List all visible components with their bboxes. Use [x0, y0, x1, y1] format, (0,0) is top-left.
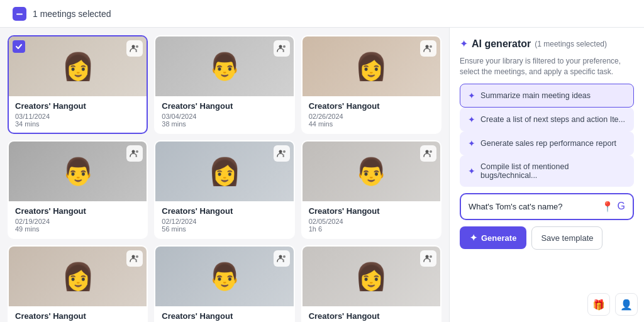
svg-point-5: [425, 45, 428, 48]
card-duration: 38 mins: [162, 120, 287, 128]
ai-input-icons: 📍 G: [601, 201, 625, 213]
ai-suggestion-item[interactable]: ✦Compile list of mentioned bugs/technica…: [460, 155, 634, 187]
ai-panel-subtitle: Ensure your library is filtered to your …: [460, 56, 634, 77]
meeting-card[interactable]: 👩 Creators' Hangout03/11/202434 mins: [8, 35, 148, 134]
svg-point-4: [283, 45, 286, 48]
card-title: Creators' Hangout: [162, 311, 287, 321]
card-duration: 49 mins: [15, 225, 140, 233]
card-title: Creators' Hangout: [162, 206, 287, 216]
ai-panel-header: ✦ AI generator (1 meetings selected): [460, 38, 634, 50]
meeting-card[interactable]: 👨 Creators' Hangout02/05/20241h 6: [301, 140, 441, 239]
ai-suggestion-item[interactable]: ✦Generate sales rep performance report: [460, 131, 634, 155]
card-thumbnail: 👨: [303, 142, 440, 201]
svg-point-11: [425, 150, 428, 153]
meeting-card[interactable]: 👩 Creators' Hangout01/29/2024: [8, 245, 148, 322]
meeting-card[interactable]: 👩 Creators' Hangout02/26/202444 mins: [301, 35, 441, 134]
suggestion-spark-icon: ✦: [468, 138, 475, 148]
svg-point-6: [430, 45, 432, 48]
ai-suggestions-list: ✦Summarize main meeting ideas✦Create a l…: [460, 84, 634, 187]
ai-panel: ✦ AI generator (1 meetings selected) Ens…: [449, 28, 644, 322]
svg-point-16: [283, 255, 286, 258]
suggestion-spark-icon: ✦: [468, 166, 475, 176]
gift-icon: 🎁: [592, 299, 605, 311]
ai-suggestion-item[interactable]: ✦Summarize main meeting ideas: [460, 84, 634, 108]
save-template-button[interactable]: Save template: [531, 226, 602, 250]
card-thumbnail: 👩: [303, 36, 440, 96]
card-title: Creators' Hangout: [15, 311, 140, 321]
card-info: Creators' Hangout02/26/202444 mins: [303, 96, 440, 133]
generate-button[interactable]: ✦ Generate: [460, 226, 526, 249]
ai-actions: ✦ Generate Save template: [460, 226, 634, 250]
people-badge: [274, 250, 290, 267]
gift-button[interactable]: 🎁: [587, 293, 610, 316]
card-title: Creators' Hangout: [15, 206, 140, 216]
generate-label: Generate: [481, 233, 516, 243]
people-badge: [420, 250, 436, 267]
svg-point-10: [283, 150, 286, 153]
meeting-card[interactable]: 👨 Creators' Hangout02/19/202449 mins: [8, 140, 148, 239]
card-date: 02/19/2024: [15, 218, 140, 225]
suggestion-text: Generate sales rep performance report: [480, 139, 616, 148]
card-title: Creators' Hangout: [15, 101, 140, 111]
svg-point-15: [279, 255, 282, 258]
svg-point-3: [279, 45, 282, 48]
selected-check-badge: [13, 40, 25, 53]
svg-point-12: [430, 150, 432, 153]
card-info: Creators' Hangout01/08/2024: [303, 306, 440, 322]
card-title: Creators' Hangout: [309, 311, 434, 321]
card-info: Creators' Hangout01/29/2024: [9, 306, 147, 322]
card-thumbnail: 👩: [9, 247, 147, 306]
svg-point-17: [425, 255, 428, 258]
card-info: Creators' Hangout02/12/202456 mins: [155, 201, 293, 238]
meeting-grid-area: 👩 Creators' Hangout03/11/202434 mins👨 Cr…: [0, 28, 449, 322]
people-badge: [126, 40, 143, 57]
svg-point-9: [279, 150, 282, 153]
meeting-card[interactable]: 👩 Creators' Hangout01/08/2024: [301, 245, 441, 322]
card-title: Creators' Hangout: [309, 101, 434, 111]
meeting-card[interactable]: 👩 Creators' Hangout02/12/202456 mins: [154, 140, 294, 239]
card-thumbnail: 👩: [155, 142, 293, 201]
person-placeholder: 👨: [155, 247, 293, 306]
user-account-button[interactable]: 👤: [615, 293, 638, 316]
suggestion-text: Create a list of next steps and action I…: [480, 115, 625, 124]
person-placeholder: 👨: [155, 36, 293, 96]
card-info: Creators' Hangout01/15/2024: [155, 306, 293, 322]
suggestion-text: Summarize main meeting ideas: [480, 91, 591, 100]
card-duration: 1h 6: [309, 225, 434, 233]
card-info: Creators' Hangout02/19/202449 mins: [9, 201, 147, 238]
card-duration: 56 mins: [162, 225, 287, 233]
card-duration: 34 mins: [15, 120, 140, 128]
card-date: 02/05/2024: [309, 218, 434, 225]
ai-custom-input[interactable]: [469, 202, 596, 211]
card-thumbnail: 👩: [303, 247, 440, 306]
people-badge: [274, 145, 290, 162]
people-badge: [420, 40, 436, 57]
user-icon: 👤: [620, 299, 633, 311]
svg-point-14: [136, 255, 138, 258]
suggestion-spark-icon: ✦: [468, 91, 475, 101]
svg-point-8: [136, 150, 138, 153]
people-badge: [420, 145, 436, 162]
ai-input-area: 📍 G: [460, 193, 634, 220]
card-thumbnail: 👨: [155, 36, 293, 96]
svg-point-13: [132, 255, 135, 258]
meeting-card[interactable]: 👨 Creators' Hangout01/15/2024: [154, 245, 294, 322]
location-icon: 📍: [601, 201, 614, 213]
svg-rect-0: [16, 13, 23, 14]
people-badge: [126, 250, 143, 267]
ai-suggestion-item[interactable]: ✦Create a list of next steps and action …: [460, 108, 634, 131]
card-info: Creators' Hangout02/05/20241h 6: [303, 201, 440, 238]
person-placeholder: 👩: [155, 142, 293, 201]
deselect-button[interactable]: [13, 7, 26, 21]
meeting-card[interactable]: 👨 Creators' Hangout03/04/202438 mins: [154, 35, 294, 134]
ai-selected-badge: (1 meetings selected): [535, 40, 607, 48]
people-badge: [274, 40, 290, 57]
card-title: Creators' Hangout: [309, 206, 434, 216]
meeting-grid: 👩 Creators' Hangout03/11/202434 mins👨 Cr…: [8, 35, 441, 322]
bottom-icons: 🎁 👤: [587, 293, 638, 316]
card-info: Creators' Hangout03/04/202438 mins: [155, 96, 293, 133]
svg-point-18: [430, 255, 432, 258]
generate-spark-icon: ✦: [470, 233, 477, 243]
card-date: 03/04/2024: [162, 113, 287, 120]
card-date: 03/11/2024: [15, 113, 140, 120]
